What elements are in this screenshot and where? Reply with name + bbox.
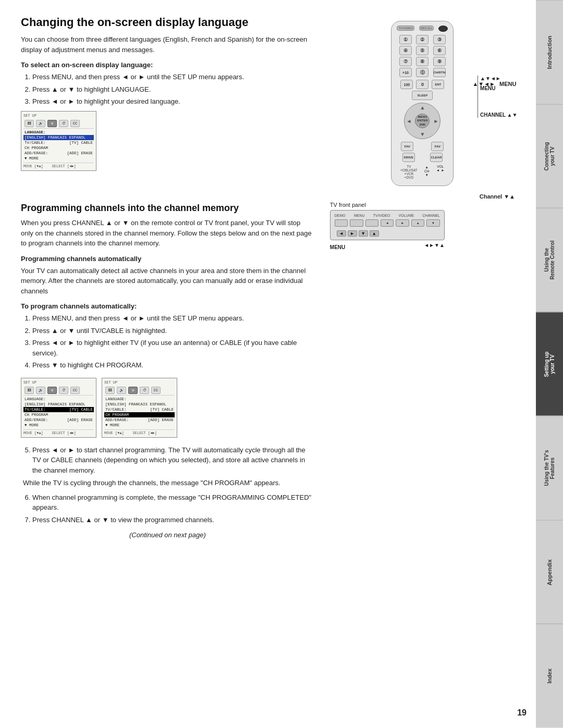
setup-more-row: ▼ MORE bbox=[23, 156, 94, 161]
btn-100[interactable]: 100 bbox=[400, 80, 413, 89]
section-programming-text: Programming channels into the channel me… bbox=[21, 193, 314, 545]
sidebar-tab-setting[interactable]: Setting upyour TV bbox=[536, 312, 563, 416]
icon-cc2: CC bbox=[70, 387, 80, 394]
nav-arrows-label: ▲▼◄► bbox=[480, 76, 517, 81]
panel-down[interactable]: ▼ bbox=[359, 230, 368, 237]
section-language: Changing the on-screen display language … bbox=[21, 16, 520, 186]
panel-btn-ch-up[interactable]: ▲ bbox=[411, 219, 424, 227]
continued-note: (Continued on next page) bbox=[21, 530, 314, 540]
setup-tvcable3: TV/CABLE: [TV] CABLE bbox=[104, 407, 175, 412]
remote-body-wrapper: TV/VIDEO RECALL ① ② ③ ④ ⑤ ⑥ ⑦ ⑧ ⑨ bbox=[370, 21, 474, 186]
panel-btn-menu[interactable] bbox=[350, 219, 363, 227]
panel-btn-tvvideo[interactable] bbox=[365, 219, 378, 227]
tv-menu-annotation: MENU bbox=[330, 244, 345, 250]
setup-language-options: [ENGLISH] FRANCAIS ESPANOL bbox=[23, 135, 94, 140]
icon-timer3: ⏱ bbox=[140, 387, 149, 394]
icon-picture: 🖼 bbox=[25, 120, 34, 127]
setup-footer1: MOVE [▼▲] SELECT [◄►] bbox=[23, 163, 94, 168]
btn-3[interactable]: ③ bbox=[433, 35, 446, 44]
btn-1[interactable]: ① bbox=[399, 35, 412, 44]
setup-chprog-highlighted: CH PROGRAM bbox=[104, 412, 175, 417]
setup-footer2: MOVE [▼▲] SELECT [◄►] bbox=[23, 429, 94, 435]
panel-up[interactable]: ▲ bbox=[370, 230, 379, 237]
nav-down-icon[interactable]: ▼ bbox=[420, 131, 425, 137]
panel-btn-volume-right[interactable]: ► bbox=[396, 219, 409, 227]
btn-5[interactable]: ⑤ bbox=[416, 46, 429, 55]
recall-btn[interactable]: RECALL bbox=[419, 26, 434, 31]
sidebar-tab-connecting[interactable]: Connectingyour TV bbox=[536, 104, 563, 208]
icon-sound3: 🔊 bbox=[117, 387, 126, 394]
btn-fav2[interactable]: FAV bbox=[431, 142, 444, 151]
panel-btn-volume-left[interactable]: ◄ bbox=[381, 219, 394, 227]
setup-lang-row3: LANGUAGE: bbox=[104, 397, 175, 402]
nav-left-icon[interactable]: ◄ bbox=[406, 118, 411, 124]
label-tvvideo: TV/VIDEO bbox=[373, 214, 390, 217]
btn-clear[interactable]: CLEAR bbox=[430, 153, 443, 162]
setup-lang-row2: LANGUAGE: bbox=[23, 397, 94, 402]
btn-7[interactable]: ⑦ bbox=[399, 57, 412, 66]
panel-btn-ch-down[interactable]: ▼ bbox=[426, 219, 439, 227]
btn-10[interactable]: +10 bbox=[399, 68, 412, 77]
tv-arrows-annotation: ◄►▼▲ bbox=[424, 242, 445, 250]
btn-fav1[interactable]: FAV bbox=[401, 142, 413, 151]
btn-ch[interactable]: ▲ CH ▼ bbox=[424, 165, 429, 179]
right-annotations: ▲▼◄► MENU CHANNEL ▲▼ bbox=[478, 76, 517, 118]
remote-bottom-row: TV+OBLI/SAT+VCR+DVD ▲ CH ▼ VOL ◄► bbox=[395, 165, 450, 179]
setup-icons3: 🖼 🔊 ⚙ ⏱ CC bbox=[104, 386, 175, 396]
btn-chrtn[interactable]: CH/RTN bbox=[433, 68, 446, 77]
tv-panel-button-labels: DEMO MENU TV/VIDEO VOLUME CHANNEL bbox=[335, 214, 440, 217]
label-channel: CHANNEL bbox=[422, 214, 439, 217]
nav-up-icon[interactable]: ▲ bbox=[420, 105, 425, 110]
btn-ent[interactable]: ENT bbox=[432, 80, 444, 89]
setup-chprog2: CH PROGRAM bbox=[23, 412, 94, 417]
section1-title: Changing the on-screen display language bbox=[21, 16, 314, 29]
btn-9[interactable]: ⑨ bbox=[433, 57, 446, 66]
step-auto-1: Press MENU, and then press ◄ or ► until … bbox=[32, 313, 314, 324]
btn-tv-sat[interactable]: TV+OBLI/SAT+VCR+DVD bbox=[400, 165, 418, 179]
sidebar-tab-features[interactable]: Using the TV'sFeatures bbox=[536, 416, 563, 520]
remote-drive-row: DRIVE CLEAR bbox=[395, 153, 450, 162]
tv-video-btn[interactable]: TV/VIDEO bbox=[397, 26, 414, 31]
btn-sleep[interactable]: SLEEP bbox=[412, 91, 433, 100]
section-programming: Programming channels into the channel me… bbox=[21, 193, 520, 545]
panel-left[interactable]: ◄ bbox=[337, 230, 346, 237]
sidebar-tab-appendix[interactable]: Appendix bbox=[536, 520, 563, 624]
nav-right-icon[interactable]: ► bbox=[433, 118, 438, 124]
btn-2[interactable]: ② bbox=[416, 35, 429, 44]
nav-enter-btn[interactable]: MENUENTER2ND bbox=[415, 114, 430, 128]
btn-0b[interactable]: 0 bbox=[416, 80, 429, 89]
btn-drive[interactable]: DRIVE bbox=[402, 153, 415, 162]
icon-settings3: ⚙ bbox=[128, 387, 138, 394]
panel-btn-demo[interactable] bbox=[335, 219, 348, 227]
btn-6[interactable]: ⑥ bbox=[433, 46, 446, 55]
step-auto-2: Press ▲ or ▼ until TV/CABLE is highlight… bbox=[32, 326, 314, 336]
tv-panel-bottom-row: ◄ ► ▼ ▲ bbox=[335, 229, 440, 237]
section2-title: Programming channels into the channel me… bbox=[21, 203, 314, 214]
setup-title1: SET UP bbox=[23, 114, 94, 118]
power-btn[interactable] bbox=[438, 26, 448, 32]
btn-0[interactable]: ⓪ bbox=[416, 68, 429, 77]
icon-settings: ⚙ bbox=[47, 120, 57, 127]
btn-vol[interactable]: VOL ◄► bbox=[436, 165, 445, 179]
sidebar-tab-remote[interactable]: Using theRemote Control bbox=[536, 208, 563, 312]
setup-language-row: LANGUAGE: bbox=[23, 130, 94, 135]
icon-picture2: 🖼 bbox=[25, 387, 34, 394]
setup-adderase-row: ADD/ERASE: [ADD] ERASE bbox=[23, 151, 94, 156]
remote-fav-row: FAV FAV bbox=[395, 142, 450, 151]
section1-intro: You can choose from three different lang… bbox=[21, 34, 314, 55]
sidebar-tab-index[interactable]: Index bbox=[536, 624, 563, 728]
panel-right[interactable]: ► bbox=[348, 230, 357, 237]
setup-icons2: 🖼 🔊 ⚙ ⏱ CC bbox=[23, 386, 94, 396]
section1-step1: Press MENU, and then press ◄ or ► until … bbox=[32, 72, 314, 82]
tv-panel-illustration: Channel ▼▲ TV front panel DEMO MENU TV/V… bbox=[325, 193, 520, 545]
section1-procedure-title: To select an on-screen display language: bbox=[21, 61, 314, 69]
step-auto-6: When channel programming is complete, th… bbox=[32, 492, 314, 513]
section-language-text: Changing the on-screen display language … bbox=[21, 16, 314, 186]
setup-tvcable-row: TV/CABLE: [TV] CABLE bbox=[23, 140, 94, 145]
setup-title2: SET UP bbox=[23, 380, 94, 385]
sidebar-tab-introduction[interactable]: Introduction bbox=[536, 0, 563, 104]
btn-4[interactable]: ④ bbox=[399, 46, 412, 55]
btn-8[interactable]: ⑧ bbox=[416, 57, 429, 66]
icon-settings2: ⚙ bbox=[47, 387, 57, 394]
label-volume: VOLUME bbox=[399, 214, 414, 217]
